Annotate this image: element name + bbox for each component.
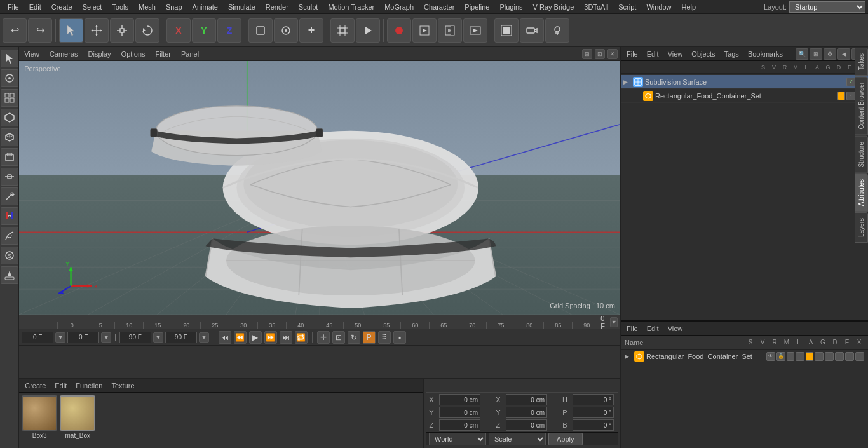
- attr-btn-lock[interactable]: 🔒: [776, 352, 785, 361]
- playback-loop[interactable]: 🔁: [295, 331, 308, 344]
- rotate-tool-button[interactable]: [135, 18, 159, 43]
- menu-sculpt[interactable]: Sculpt: [294, 2, 323, 12]
- menu-pipeline[interactable]: Pipeline: [459, 2, 494, 12]
- move-tool-button[interactable]: [85, 18, 109, 43]
- scale-select[interactable]: Scale: [489, 433, 546, 445]
- playback-render-button[interactable]: ▪: [393, 331, 406, 344]
- viewport-camera-button[interactable]: [520, 18, 544, 43]
- axis-y-button[interactable]: Y: [192, 18, 216, 43]
- attr-btn-eye[interactable]: 👁: [766, 352, 775, 361]
- sidebar-s-icon[interactable]: S: [1, 247, 18, 264]
- obj-menu-file[interactable]: File: [625, 50, 640, 58]
- vp-lock-button[interactable]: ⊡: [595, 49, 605, 59]
- menu-render[interactable]: Render: [261, 2, 294, 12]
- timeline-ruler[interactable]: 0 5 10 15 20 25 30 35 40 45 50 55 60 65 …: [19, 315, 620, 329]
- obj-menu-objects[interactable]: Objects: [689, 50, 717, 58]
- obj-menu-view[interactable]: View: [666, 50, 685, 58]
- animate-button[interactable]: [356, 18, 380, 43]
- coord-input-h[interactable]: [573, 394, 614, 405]
- sidebar-box-icon[interactable]: [1, 148, 18, 166]
- undo-button[interactable]: ↩: [3, 18, 27, 43]
- world-select[interactable]: World: [429, 433, 486, 445]
- redo-button[interactable]: ↪: [28, 18, 52, 43]
- scale-tool-button[interactable]: [110, 18, 134, 43]
- live-select-button[interactable]: [274, 18, 298, 43]
- menu-vray[interactable]: V-Ray Bridge: [528, 2, 580, 12]
- obj-scroll-left[interactable]: ◀: [837, 48, 850, 60]
- object-mode-button[interactable]: [248, 18, 273, 43]
- playback-key-button[interactable]: P: [363, 331, 376, 344]
- frame-total-input[interactable]: [165, 332, 197, 343]
- playback-to-end[interactable]: ⏭: [280, 331, 292, 344]
- frame-current-arrow[interactable]: ▼: [101, 332, 111, 343]
- obj-dot-1[interactable]: ·: [846, 92, 855, 100]
- menu-file[interactable]: File: [3, 2, 24, 12]
- render-all-button[interactable]: [463, 18, 487, 43]
- mat-menu-edit[interactable]: Edit: [53, 382, 69, 390]
- frame-counter-arrow[interactable]: ▼: [610, 317, 618, 327]
- obj-search-icon[interactable]: 🔍: [796, 48, 808, 60]
- attr-btn-x3[interactable]: ·: [835, 352, 844, 361]
- frame-total-arrow[interactable]: ▼: [199, 332, 209, 343]
- playback-step-back[interactable]: ⏪: [234, 331, 247, 344]
- obj-collapse-icon[interactable]: ⊞: [810, 48, 822, 60]
- vp-close-button[interactable]: ✕: [607, 49, 618, 59]
- mat-menu-create[interactable]: Create: [23, 382, 48, 390]
- sidebar-cube-icon[interactable]: [1, 128, 18, 146]
- attr-btn-x1[interactable]: ·: [815, 352, 824, 361]
- vp-menu-options[interactable]: Options: [119, 50, 148, 58]
- obj-settings-icon[interactable]: ⚙: [824, 48, 836, 60]
- frame-start-input[interactable]: [22, 332, 53, 343]
- right-tab-attributes[interactable]: Attributes: [855, 173, 868, 212]
- vp-menu-filter[interactable]: Filter: [153, 50, 173, 58]
- menu-create[interactable]: Create: [46, 2, 78, 12]
- obj-color-1[interactable]: [837, 92, 845, 100]
- attr-menu-file[interactable]: File: [625, 325, 640, 332]
- menu-mesh[interactable]: Mesh: [133, 2, 161, 12]
- menu-simulate[interactable]: Simulate: [223, 2, 261, 12]
- right-tab-layers[interactable]: Layers: [855, 212, 868, 243]
- layout-select[interactable]: Startup: [789, 1, 865, 13]
- attr-menu-edit[interactable]: Edit: [645, 325, 661, 332]
- obj-menu-bookmarks[interactable]: Bookmarks: [746, 50, 785, 58]
- obj-tree-item-container[interactable]: Rectangular_Food_Container_Set · 🔒: [621, 89, 868, 103]
- axis-x-button[interactable]: X: [166, 18, 191, 43]
- coord-input-p[interactable]: [573, 407, 614, 418]
- frame-end-arrow[interactable]: ▼: [153, 332, 163, 343]
- material-item-1[interactable]: mat_Box: [60, 395, 95, 445]
- vp-menu-display[interactable]: Display: [86, 50, 114, 58]
- playback-move-tool[interactable]: ✛: [317, 331, 330, 344]
- menu-select[interactable]: Select: [78, 2, 107, 12]
- sidebar-wrench-icon[interactable]: [1, 187, 18, 205]
- playback-step-forward[interactable]: ⏩: [264, 331, 277, 344]
- menu-tools[interactable]: Tools: [107, 2, 133, 12]
- menu-motion-tracker[interactable]: Motion Tracker: [323, 2, 379, 12]
- attr-btn-x5[interactable]: ·: [855, 352, 864, 361]
- obj-checkmark-0[interactable]: ✓: [846, 78, 855, 86]
- playback-dots-button[interactable]: ⠿: [378, 331, 391, 344]
- render-settings-button[interactable]: [438, 18, 462, 43]
- attr-btn-color[interactable]: [806, 352, 813, 361]
- playback-play[interactable]: ▶: [249, 331, 262, 344]
- viewport-3d[interactable]: X Y: [19, 61, 620, 315]
- sidebar-sculpt-icon[interactable]: [1, 227, 18, 245]
- coord-input-z-pos[interactable]: [439, 419, 480, 431]
- obj-menu-tags[interactable]: Tags: [722, 50, 741, 58]
- menu-help[interactable]: Help: [677, 2, 702, 12]
- playback-scale-tool[interactable]: ⊡: [332, 331, 345, 344]
- playback-to-start[interactable]: ⏮: [219, 331, 231, 344]
- sidebar-camera-icon[interactable]: [1, 69, 18, 87]
- coord-input-x-pos[interactable]: [439, 394, 480, 405]
- attr-btn-dot[interactable]: ·: [787, 352, 794, 361]
- mat-menu-texture[interactable]: Texture: [109, 382, 136, 390]
- sidebar-tool-icon[interactable]: [1, 168, 18, 186]
- menu-plugins[interactable]: Plugins: [494, 2, 527, 12]
- axis-z-button[interactable]: Z: [217, 18, 241, 43]
- obj-tree-item-subdivision[interactable]: ▶ Subdivision Surface ✓ ✗: [621, 75, 868, 89]
- attr-menu-view[interactable]: View: [666, 325, 685, 332]
- frame-start-arrow[interactable]: ▼: [55, 332, 65, 343]
- viewport-solo-button[interactable]: [494, 18, 519, 43]
- right-tab-structure[interactable]: Structure: [855, 136, 868, 173]
- attr-btn-more[interactable]: ⋯: [796, 352, 804, 361]
- coord-input-z2[interactable]: [506, 419, 547, 431]
